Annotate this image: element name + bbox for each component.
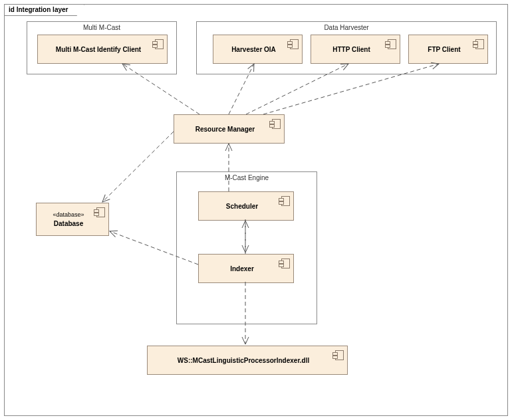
- component-ftp-client: FTP Client: [408, 35, 488, 64]
- component-icon: [269, 119, 280, 128]
- component-icon: [94, 207, 104, 217]
- package-title: M-Cast Engine: [177, 174, 317, 181]
- component-http-client: HTTP Client: [311, 35, 400, 64]
- component-icon: [473, 39, 483, 49]
- component-label: Resource Manager: [180, 125, 271, 134]
- component-linguistic: WS::MCastLinguisticProcessorIndexer.dll: [147, 346, 348, 375]
- component-label: Scheduler: [204, 202, 280, 211]
- component-icon: [279, 259, 289, 268]
- component-icon: [332, 350, 343, 360]
- component-icon: [385, 39, 396, 49]
- component-database: «database» Database: [36, 203, 109, 236]
- component-harvester-oia: Harvester OIA: [213, 35, 303, 64]
- component-label: HTTP Client: [317, 45, 386, 54]
- label-text: Database: [54, 220, 83, 227]
- component-label: Multi M-Cast Identify Client: [43, 45, 154, 54]
- component-label: FTP Client: [414, 45, 474, 54]
- component-icon: [152, 39, 163, 49]
- component-indexer: Indexer: [198, 254, 294, 283]
- component-icon: [279, 196, 289, 205]
- frame-title-tab: id Integration layer: [4, 4, 84, 16]
- component-label: WS::MCastLinguisticProcessorIndexer.dll: [153, 356, 334, 365]
- component-label: Harvester OIA: [219, 45, 289, 54]
- component-label: «database» Database: [42, 211, 95, 228]
- component-label: Indexer: [204, 264, 280, 273]
- component-resource-manager: Resource Manager: [174, 114, 285, 144]
- component-scheduler: Scheduler: [198, 191, 294, 221]
- component-icon: [287, 39, 298, 49]
- package-title: Data Harvester: [197, 24, 496, 31]
- stereotype: «database»: [42, 211, 95, 219]
- frame-title: id Integration layer: [9, 6, 68, 13]
- component-identify-client: Multi M-Cast Identify Client: [37, 35, 168, 64]
- package-title: Multi M-Cast: [27, 24, 176, 31]
- diagram-canvas: id Integration layer Multi M-Cast Data H…: [0, 0, 512, 420]
